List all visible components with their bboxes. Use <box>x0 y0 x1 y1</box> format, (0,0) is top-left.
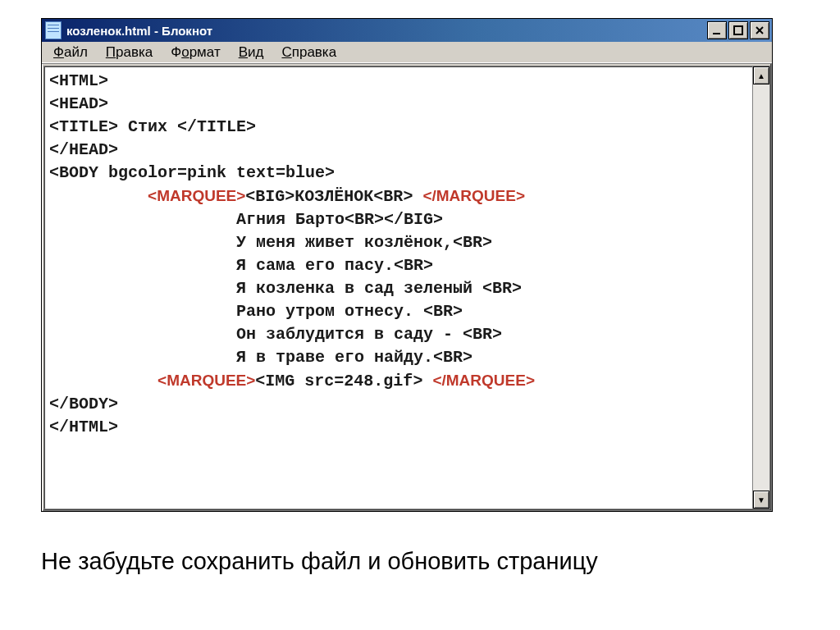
menu-help[interactable]: Справка <box>273 43 346 62</box>
close-button[interactable] <box>750 21 769 39</box>
menu-edit[interactable]: Правка <box>98 43 162 62</box>
editor[interactable]: <HTML> <HEAD> <TITLE> Стих </TITLE> </HE… <box>44 66 752 509</box>
scroll-down-button[interactable]: ▼ <box>753 491 769 509</box>
footer-note: Не забудьте сохранить файл и обновить ст… <box>41 548 771 575</box>
notepad-icon <box>45 21 62 39</box>
svg-rect-0 <box>713 33 720 34</box>
menu-format[interactable]: Формат <box>162 43 230 62</box>
title-bar: козленок.html - Блокнот <box>42 19 772 42</box>
minimize-button[interactable] <box>707 21 727 39</box>
window-title: козленок.html - Блокнот <box>66 24 212 38</box>
scroll-up-button[interactable]: ▲ <box>753 66 769 84</box>
menu-bar: Файл Правка Формат Вид Справка <box>42 42 772 64</box>
notepad-window: козленок.html - Блокнот Файл Правка Форм… <box>41 18 773 512</box>
scroll-track[interactable] <box>753 84 769 491</box>
editor-client-area: <HTML> <HEAD> <TITLE> Стих </TITLE> </HE… <box>43 66 770 509</box>
svg-rect-1 <box>734 26 742 34</box>
menu-view[interactable]: Вид <box>231 43 274 62</box>
maximize-button[interactable] <box>728 21 748 39</box>
vertical-scrollbar[interactable]: ▲ ▼ <box>752 66 769 509</box>
menu-file[interactable]: Файл <box>45 43 98 62</box>
